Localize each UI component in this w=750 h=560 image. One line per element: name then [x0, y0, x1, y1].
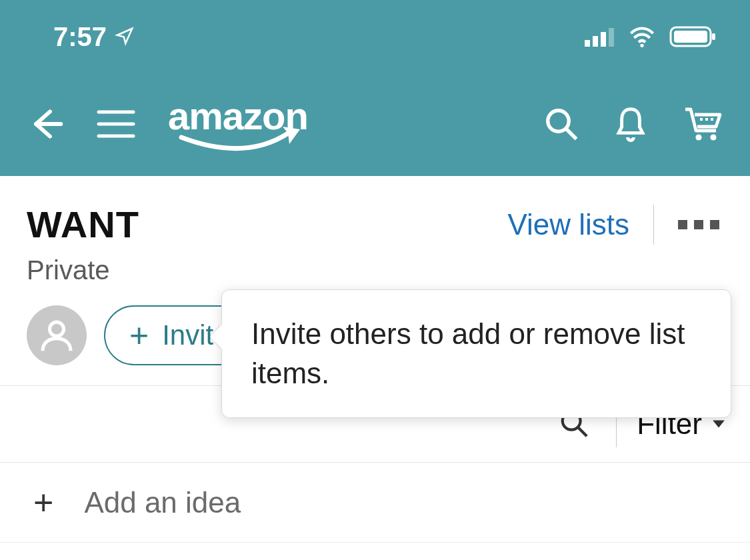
status-right: [585, 25, 717, 48]
more-options-button[interactable]: [674, 216, 723, 233]
svg-rect-6: [674, 31, 707, 43]
list-title: WANT: [27, 203, 139, 246]
invite-tooltip: Invite others to add or remove list item…: [221, 289, 731, 418]
notifications-button[interactable]: [606, 98, 655, 152]
view-lists-link[interactable]: View lists: [507, 208, 629, 241]
svg-point-18: [50, 322, 64, 336]
menu-button[interactable]: [91, 103, 141, 147]
app-header: amazon: [0, 73, 750, 176]
back-button[interactable]: [20, 99, 71, 151]
svg-rect-0: [585, 40, 590, 47]
plus-icon: +: [129, 316, 149, 355]
svg-line-20: [578, 427, 587, 435]
svg-rect-16: [705, 118, 708, 121]
location-icon: [115, 22, 135, 52]
svg-rect-3: [609, 28, 614, 47]
list-header-row: WANT View lists: [27, 203, 723, 246]
add-idea-label: Add an idea: [84, 486, 241, 519]
invite-tooltip-text: Invite others to add or remove list item…: [251, 317, 685, 389]
chevron-down-icon: [711, 419, 726, 429]
amazon-logo[interactable]: amazon: [168, 96, 341, 153]
cart-button[interactable]: [675, 99, 730, 151]
status-time: 7:57: [53, 22, 107, 52]
list-header-section: WANT View lists Private + Invite Invite …: [0, 176, 750, 385]
battery-icon: [670, 25, 717, 48]
svg-point-11: [548, 110, 569, 131]
svg-rect-1: [593, 36, 598, 47]
svg-rect-2: [601, 32, 606, 47]
svg-point-4: [640, 44, 643, 47]
svg-line-12: [566, 128, 577, 139]
svg-rect-15: [700, 118, 703, 121]
svg-rect-17: [711, 118, 713, 121]
svg-rect-7: [712, 33, 715, 40]
add-idea-row[interactable]: + Add an idea: [0, 463, 750, 543]
signal-icon: [585, 27, 614, 47]
plus-icon: +: [33, 483, 53, 523]
status-left: 7:57: [53, 22, 135, 52]
status-bar: 7:57: [0, 0, 750, 73]
list-privacy-label: Private: [27, 255, 723, 285]
separator: [653, 205, 654, 245]
search-button[interactable]: [537, 99, 586, 151]
avatar[interactable]: [27, 305, 87, 365]
svg-point-13: [695, 134, 701, 140]
wifi-icon: [629, 27, 655, 47]
svg-point-14: [710, 134, 716, 140]
